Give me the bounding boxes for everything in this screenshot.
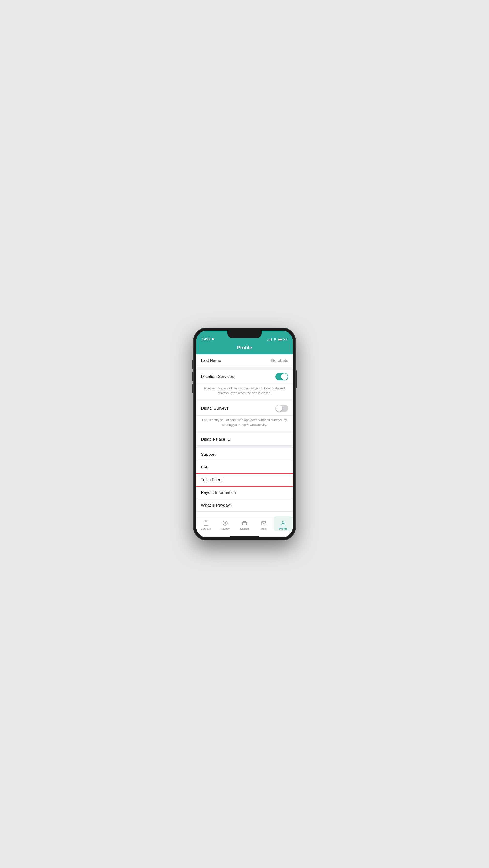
change-password-item[interactable]: Change Password [196,512,293,516]
inbox-tab-label: Inbox [261,527,267,530]
earned-icon [241,520,248,526]
tab-inbox[interactable]: Inbox [254,516,274,531]
what-is-payday-item[interactable]: What is Payday? [196,499,293,512]
tab-bar: Surveys $ Payday [196,516,293,536]
what-is-payday-label: What is Payday? [201,503,232,508]
phone-screen: 14:53 ▶ 73 [196,331,293,537]
tell-a-friend-item[interactable]: Tell a Friend [196,473,293,486]
surveys-icon [203,520,209,526]
battery-percent: 73 [284,338,287,341]
payout-info-item[interactable]: Payout Information [196,486,293,499]
divider-1 [196,367,293,370]
support-item[interactable]: Support [196,448,293,461]
location-services-label: Location Services [201,374,234,379]
payout-info-label: Payout Information [201,490,236,495]
support-label: Support [201,452,215,457]
tab-surveys[interactable]: Surveys [196,516,215,531]
last-name-item[interactable]: Last Name Gorobets [196,354,293,367]
inbox-icon [261,520,267,526]
tab-earned[interactable]: Earned [235,516,254,531]
faq-item[interactable]: FAQ [196,461,293,473]
divider-2 [196,399,293,401]
earned-tab-label: Earned [240,527,249,530]
content-area[interactable]: Last Name Gorobets Location Services Pre… [196,354,293,516]
notch [227,331,262,338]
signal-icon [267,338,271,341]
surveys-tab-label: Surveys [201,527,211,530]
digital-description: Let us notify you of paid, web/app activ… [196,416,293,431]
tell-a-friend-label: Tell a Friend [201,477,224,483]
tab-payday[interactable]: $ Payday [215,516,235,531]
tab-profile[interactable]: Profile [274,516,293,531]
payday-tab-label: Payday [221,527,230,530]
page-title: Profile [237,345,252,350]
svg-rect-4 [242,522,247,525]
svg-point-6 [282,521,284,523]
profile-icon [280,520,286,526]
faq-label: FAQ [201,465,209,470]
phone-frame: 14:53 ▶ 73 [193,328,296,540]
svg-text:$: $ [225,522,226,525]
toggle-knob-2 [276,405,282,411]
digital-surveys-label: Digital Surveys [201,406,229,411]
battery-icon: 73 [278,338,287,341]
divider-3 [196,431,293,433]
payday-icon: $ [222,520,228,526]
status-time: 14:53 ▶ [202,337,215,341]
page-header: Profile [196,342,293,354]
last-name-value: Gorobets [271,358,288,363]
wifi-icon [273,338,277,341]
disable-face-id-label: Disable Face ID [201,437,231,442]
toggle-knob [281,373,288,380]
profile-tab-label: Profile [279,527,287,530]
clock: 14:53 [202,337,211,341]
last-name-label: Last Name [201,358,221,363]
location-services-item[interactable]: Location Services [196,370,293,384]
svg-rect-5 [262,521,266,525]
status-icons: 73 [267,338,287,341]
digital-surveys-item[interactable]: Digital Surveys [196,401,293,416]
location-services-toggle[interactable] [275,373,288,380]
home-indicator [196,536,293,537]
home-bar [230,536,259,537]
digital-surveys-toggle[interactable] [275,405,288,412]
disable-face-id-item[interactable]: Disable Face ID [196,433,293,446]
location-description: Precise Location allows us to notify you… [196,384,293,399]
divider-4 [196,446,293,448]
location-icon: ▶ [212,337,215,341]
